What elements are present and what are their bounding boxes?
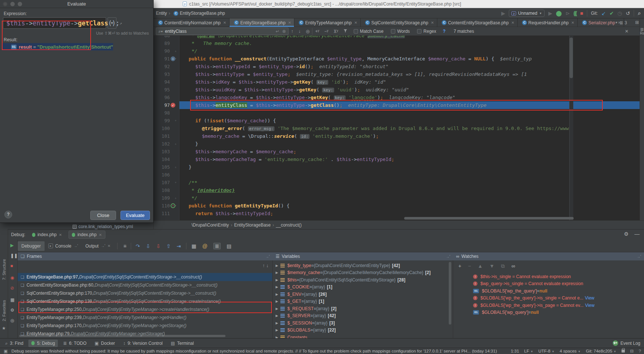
fold-marker-icon[interactable]: ▵: [175, 47, 176, 55]
toolwindow-toggle-icon[interactable]: ▣: [4, 348, 8, 354]
favorites-stripe-tab[interactable]: 2: Favorites: [0, 283, 8, 321]
evaluate-expression-icon[interactable]: ▦: [192, 243, 196, 249]
match-case-checkbox[interactable]: Match Case: [354, 29, 384, 34]
close-tab-icon[interactable]: ✕: [288, 21, 291, 25]
move-up-icon[interactable]: ▲: [477, 263, 483, 269]
toolwindow-button----todo[interactable]: ≣6: TODO: [60, 340, 90, 347]
line-number[interactable]: 96: [154, 94, 170, 101]
variable-row[interactable]: ▶$_GET = {array}[1]: [273, 298, 453, 305]
tab-console[interactable]: ▸ Console→': [45, 241, 82, 251]
gutter-line-101[interactable]: 101: [154, 132, 179, 140]
find-all-icon[interactable]: ◎: [306, 29, 309, 34]
close-tab-icon[interactable]: ✕: [571, 21, 574, 25]
gutter-line-96[interactable]: 96: [154, 94, 179, 101]
find-help-icon[interactable]: ?: [443, 29, 445, 34]
code-editor[interactable]: 88* @param \Drupal\Core\Cache\MemoryCach…: [154, 36, 644, 220]
fold-marker-icon[interactable]: ▿: [175, 202, 176, 210]
editor-tab[interactable]: CRequestHandler.php✕: [518, 18, 578, 27]
watch-row[interactable]: !$GLOBALS['wp_the_query']->is_page = Can…: [453, 302, 644, 309]
expand-arrow-icon[interactable]: ▶: [276, 307, 278, 311]
move-down-icon[interactable]: ▼: [489, 263, 494, 269]
gutter-line-106[interactable]: 106: [154, 171, 179, 179]
prev-occurrence-icon[interactable]: ↑: [291, 29, 293, 34]
close-icon[interactable]: ✕: [59, 233, 62, 237]
line-number[interactable]: 110: [154, 202, 170, 210]
line-number[interactable]: 91: [154, 55, 170, 63]
fold-marker-icon[interactable]: ▿: [175, 55, 176, 63]
watch-row[interactable]: !$GLOBALS['wp_the_query']->is_single = C…: [453, 295, 644, 302]
gutter-line-90[interactable]: 90▵: [154, 47, 179, 55]
line-separator-widget[interactable]: LF ▼: [524, 349, 533, 353]
toolwindow-button-docker[interactable]: ▣Docker: [92, 340, 118, 347]
git-commit-icon[interactable]: ✔: [609, 10, 614, 17]
frame-row[interactable]: ❏EntityTypeManager.php:239, Drupal|Core|…: [18, 313, 273, 322]
run-button[interactable]: ▶: [548, 10, 552, 17]
add-occurrence-icon[interactable]: +ʸ: [315, 29, 319, 34]
editor-scrollbar-thumb[interactable]: [570, 38, 573, 78]
hide-toolwindow-icon[interactable]: —: [634, 231, 640, 237]
view-link[interactable]: View: [585, 303, 595, 308]
gutter-line-93[interactable]: 93: [154, 70, 179, 78]
search-everywhere-icon[interactable]: ⌕: [638, 10, 641, 17]
fold-marker-icon[interactable]: ▿: [175, 117, 176, 125]
remove-watch-icon[interactable]: −: [468, 263, 471, 269]
breadcrumb-item[interactable]: EntityStorageBase: [234, 222, 270, 228]
frame-row[interactable]: ❏EntityTypeManager.php:170, Drupal|Core|…: [18, 322, 273, 330]
variable-row[interactable]: ▶$_REQUEST = {array}[2]: [273, 305, 453, 312]
gutter-line-88[interactable]: 88: [154, 36, 179, 39]
gutter-line-111[interactable]: 111: [154, 210, 179, 217]
filter-icon[interactable]: [343, 29, 347, 34]
line-number[interactable]: 99: [154, 117, 170, 125]
editor-tab[interactable]: CEntityTypeManager.php✕: [294, 18, 360, 27]
line-number[interactable]: 111: [154, 210, 170, 217]
close-tab-icon[interactable]: ✕: [511, 21, 514, 25]
show-watches-icon[interactable]: ∞: [511, 263, 515, 269]
hector-icon[interactable]: ?: [639, 349, 641, 353]
listen-debug-button[interactable]: (((: [573, 10, 576, 17]
select-occurrences-icon[interactable]: ⊻ʸ: [333, 29, 338, 34]
watch-row[interactable]: 01$GLOBALS['wp_the_query'] = null: [453, 287, 644, 294]
view-link[interactable]: View: [585, 295, 594, 301]
variable-row[interactable]: ▶$this = {Drupal\Core\Entity\Sql\SqlCont…: [273, 276, 453, 283]
copy-icon[interactable]: ⧉: [501, 263, 505, 269]
expand-arrow-icon[interactable]: ▶: [276, 271, 278, 274]
frame-row[interactable]: ❏EntityManager.php:79, Drupal|Core|Entit…: [18, 330, 273, 338]
expand-icon[interactable]: ↗: [119, 21, 122, 26]
resume-button[interactable]: ▶: [10, 243, 14, 248]
expand-arrow-icon[interactable]: ▶: [276, 314, 278, 318]
line-number[interactable]: 94: [154, 78, 170, 86]
variable-row[interactable]: ▶$_SERVER = {array}[42]: [273, 312, 453, 319]
reader-mode-icon[interactable]: ⊟: [630, 348, 634, 354]
line-number[interactable]: 102: [154, 140, 170, 148]
evaluate-button[interactable]: Evaluate: [120, 211, 150, 220]
frame-row[interactable]: ❏EntityTypeManager.php:250, Drupal|Core|…: [18, 305, 273, 313]
show-execution-point-icon[interactable]: ≡: [123, 243, 126, 249]
variable-row[interactable]: ▶$memory_cache = {Drupal\Core\Cache\Memo…: [273, 269, 453, 276]
close-button[interactable]: Close: [90, 211, 116, 220]
close-tab-icon[interactable]: ✕: [223, 21, 226, 25]
breadcrumb-item[interactable]: \Drupal\Core\Entity: [192, 222, 229, 228]
gutter-line-110[interactable]: 110↑▿: [154, 202, 179, 210]
restore-layout-button[interactable]: ▦: [10, 297, 14, 302]
expand-arrow-icon[interactable]: ▶: [276, 299, 278, 303]
variable-row[interactable]: ▶$_COOKIE = {array}[1]: [273, 284, 453, 291]
close-tab-icon[interactable]: ✕: [431, 21, 434, 25]
tab-debugger[interactable]: Debugger: [18, 241, 45, 251]
gutter-line-102[interactable]: 102▵: [154, 140, 179, 148]
gutter-line-100[interactable]: 100: [154, 125, 179, 132]
fold-marker-icon[interactable]: ▿: [175, 179, 176, 186]
line-number[interactable]: 107: [154, 179, 170, 186]
gutter-line-99[interactable]: 99▿: [154, 117, 179, 125]
variable-row[interactable]: ▶$_SESSION = {array}[3]: [273, 319, 453, 326]
gutter-line-95[interactable]: 95: [154, 86, 179, 94]
gutter-line-104[interactable]: 104: [154, 155, 179, 163]
line-number[interactable]: 108: [154, 186, 170, 194]
watch-row[interactable]: !$this->is_single = Cannot evaluate expr…: [453, 273, 644, 280]
editor-tab[interactable]: CContentEntityNormalizer.php✕: [154, 18, 230, 27]
gutter-line-98[interactable]: 98: [154, 109, 179, 117]
gutter-line-108[interactable]: 108: [154, 186, 179, 194]
expand-arrow-icon[interactable]: ▶: [276, 278, 278, 282]
structure-stripe-tab[interactable]: 7: Structure: [0, 239, 8, 280]
toolwindow-button-terminal[interactable]: ▤Terminal: [168, 340, 197, 347]
close-icon[interactable]: ✕: [108, 244, 111, 248]
